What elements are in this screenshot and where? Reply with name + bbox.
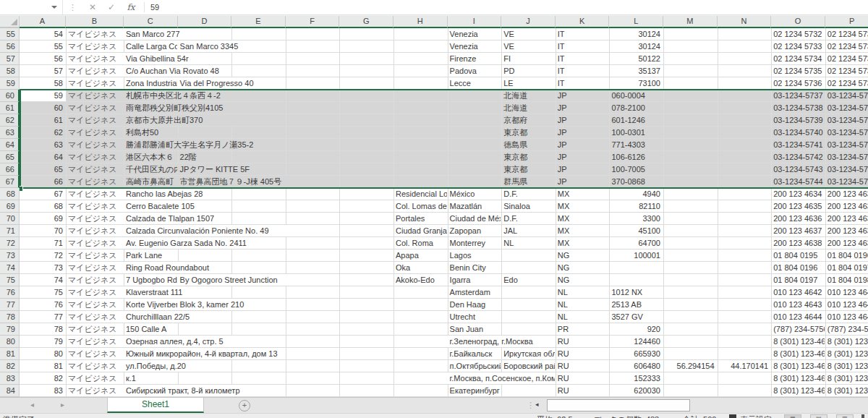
cell-A66[interactable]: 65 <box>20 163 65 175</box>
cell-J63[interactable]: 東京都 <box>501 127 555 138</box>
display-settings-icon[interactable] <box>729 414 736 418</box>
cell-K64[interactable]: JP <box>556 139 609 150</box>
cell-I79[interactable]: San Juan <box>448 323 501 335</box>
cell-A79[interactable]: 78 <box>20 323 65 335</box>
cell-A71[interactable]: 70 <box>20 225 65 236</box>
cell-L83[interactable]: 152333 <box>609 372 663 384</box>
cell-J55[interactable]: VE <box>501 28 555 40</box>
cell-C57[interactable]: Via Ghibellina 54r <box>124 53 231 64</box>
cell-I73[interactable]: Lagos <box>448 249 501 261</box>
row-header-64[interactable]: 64 <box>0 139 20 151</box>
cell-C65[interactable]: 港区六本木６ <box>124 151 177 163</box>
cell-B78[interactable]: マイビジネス <box>66 311 123 323</box>
cell-B70[interactable]: マイビジネス <box>66 213 123 224</box>
cell-J71[interactable]: JAL <box>501 225 555 236</box>
row-header-84[interactable]: 84 <box>0 385 20 397</box>
cell-P69[interactable]: 200 123 463 <box>825 200 868 212</box>
row-header-77[interactable]: 77 <box>0 299 20 311</box>
row-header-72[interactable]: 72 <box>0 237 20 249</box>
cell-L55[interactable]: 30124 <box>609 28 663 40</box>
cell-K82[interactable]: RU <box>556 360 609 372</box>
cell-L65[interactable]: 106-6126 <box>609 151 663 163</box>
cell-I58[interactable]: Padova <box>448 65 501 77</box>
cell-I83[interactable]: г.Москва, п.Сосенское, п.Ком <box>448 372 555 384</box>
cell-B59[interactable]: マイビジネス <box>66 77 123 89</box>
scrollbar-grip-icon[interactable]: ⋮ <box>527 401 535 410</box>
cell-L73[interactable]: 100001 <box>609 249 663 261</box>
cell-O74[interactable]: 01 804 0196 <box>771 262 825 273</box>
cell-O73[interactable]: 01 804 0195 <box>771 249 825 261</box>
cell-L72[interactable]: 64700 <box>609 237 663 249</box>
cell-K79[interactable]: PR <box>556 323 609 335</box>
cell-C59[interactable]: Zona Industriale <box>124 77 177 89</box>
cell-K58[interactable]: IT <box>556 65 609 77</box>
column-header-F[interactable]: F <box>286 16 340 28</box>
column-header-N[interactable]: N <box>718 16 772 28</box>
cell-K69[interactable]: MX <box>556 200 609 212</box>
cell-J67[interactable]: 群馬県 <box>501 176 555 187</box>
cell-O78[interactable]: 010 123 4644 <box>771 311 825 323</box>
cell-O76[interactable]: 010 123 4642 <box>771 286 825 298</box>
cell-L57[interactable]: 50122 <box>609 53 663 64</box>
cell-D77[interactable]: Blok 3, kamer 210 <box>178 299 285 310</box>
column-header-P[interactable]: P <box>825 16 868 28</box>
cell-P77[interactable]: 010 123 464 <box>825 299 868 310</box>
cell-C83[interactable]: к.1 <box>124 372 177 384</box>
cell-O65[interactable]: 03-1234-5742 <box>771 151 825 163</box>
cell-B82[interactable]: マイビジネス <box>66 360 123 372</box>
cell-B79[interactable]: マイビジネス <box>66 323 123 335</box>
cell-P73[interactable]: 01 804 0196 <box>825 249 868 261</box>
cell-B77[interactable]: マイビジネス <box>66 299 123 310</box>
add-sheet-button[interactable]: + <box>239 400 250 411</box>
cell-B83[interactable]: マイビジネス <box>66 372 123 384</box>
cell-C79[interactable]: 150 Calle A <box>124 323 177 335</box>
cell-O75[interactable]: 01 804 0197 <box>771 274 825 286</box>
cell-P61[interactable]: 03-1234-573 <box>825 102 868 114</box>
cell-I74[interactable]: Benin City <box>448 262 501 273</box>
row-header-76[interactable]: 76 <box>0 286 20 299</box>
column-header-B[interactable]: B <box>66 16 124 28</box>
cell-H72[interactable]: Col. Roma <box>393 237 447 249</box>
cell-P82[interactable]: 8 (301) 123-4 <box>825 360 868 372</box>
cell-P59[interactable]: 02 1234 573 <box>825 77 868 89</box>
row-header-67[interactable]: 67 <box>0 176 20 188</box>
cell-J82[interactable]: Боровский район <box>501 360 555 372</box>
cell-O70[interactable]: 200 123 4636 <box>771 213 825 224</box>
cell-A59[interactable]: 58 <box>20 77 65 89</box>
cell-O83[interactable]: 8 (301) 123-46 <box>771 372 825 384</box>
horizontal-scrollbar[interactable]: ⋮ ◂ <box>525 398 868 414</box>
cell-A73[interactable]: 72 <box>20 249 65 261</box>
cell-I78[interactable]: Utrecht <box>448 311 501 323</box>
cell-H69[interactable]: Col. Lomas de <box>393 200 447 212</box>
cell-O64[interactable]: 03-1234-5741 <box>771 139 825 150</box>
row-header-60[interactable]: 60 <box>0 90 20 102</box>
cell-A68[interactable]: 67 <box>20 188 65 200</box>
cell-I84[interactable]: Екатеринбург <box>448 385 501 396</box>
cell-A64[interactable]: 63 <box>20 139 65 150</box>
cell-D66[interactable]: JPタワー KITTE 5F <box>178 163 285 175</box>
cell-L82[interactable]: 606480 <box>609 360 663 372</box>
cell-C69[interactable]: Cerro Bacalete 105 <box>124 200 231 212</box>
row-header-63[interactable]: 63 <box>0 127 20 139</box>
cell-O60[interactable]: 03-1234-5737 <box>771 90 825 101</box>
cell-J61[interactable]: 北海道 <box>501 102 555 114</box>
cell-P57[interactable]: 02 1234 573 <box>825 53 868 64</box>
cell-B66[interactable]: マイビジネス <box>66 163 123 175</box>
cell-H74[interactable]: Oka <box>393 262 447 273</box>
cell-B63[interactable]: マイビジネス <box>66 127 123 138</box>
cell-K74[interactable]: NG <box>556 262 609 273</box>
cell-J60[interactable]: 北海道 <box>501 90 555 101</box>
cell-I80[interactable]: г.Зеленоград, г.Москва <box>448 336 555 347</box>
cell-O56[interactable]: 02 1234 5733 <box>771 40 825 52</box>
cell-L76[interactable]: 1012 NX <box>609 286 663 298</box>
cell-I70[interactable]: Ciudad de México <box>448 213 501 224</box>
cell-I69[interactable]: Mazatlán <box>448 200 501 212</box>
cell-C84[interactable]: Сибирский тракт, 8-й километр <box>124 385 285 396</box>
cell-B73[interactable]: マイビジネス <box>66 249 123 261</box>
row-header-70[interactable]: 70 <box>0 213 20 225</box>
cell-L84[interactable]: 620030 <box>609 385 663 396</box>
cell-J69[interactable]: Sinaloa <box>501 200 555 212</box>
cell-B56[interactable]: マイビジネス <box>66 40 123 52</box>
cell-C70[interactable]: Calzada de Tlalpan 1507 <box>124 213 231 224</box>
cell-O81[interactable]: 8 (301) 123-46 <box>771 348 825 359</box>
